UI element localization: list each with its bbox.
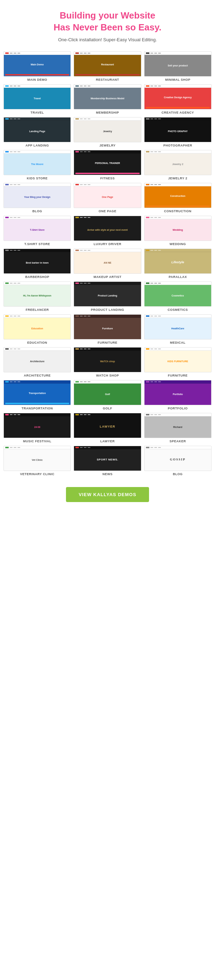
demo-label-speaker: SPEAKER xyxy=(170,439,186,443)
demo-item-tshirt-store[interactable]: T-Shirt StoreT.SHIRT STORE xyxy=(3,216,71,246)
demo-item-restaurant[interactable]: RestaurantRESTAURANT xyxy=(74,51,141,81)
demo-item-makeup-artist[interactable]: AN NEMAKEUP ARTIST xyxy=(74,248,141,278)
demo-label-tshirt-store: T.SHIRT STORE xyxy=(24,242,50,246)
demo-item-golf[interactable]: GolfGOLF xyxy=(74,380,141,410)
demo-label-fitness: FITNESS xyxy=(100,177,115,180)
demo-item-veterinary-clinic[interactable]: Vet ClinicVETERINARY CLINIC xyxy=(3,446,71,476)
demo-item-membership[interactable]: Membership Business ModelMEMBERSHIP xyxy=(74,84,141,115)
demo-label-blog-gossip: BLOG xyxy=(173,473,183,476)
page-wrapper: Building your Website Has Never Been so … xyxy=(0,0,215,512)
demo-item-travel[interactable]: TravelTRAVEL xyxy=(3,84,71,115)
demo-label-lawyer: LAWYER xyxy=(100,439,115,443)
demo-item-kids-store[interactable]: The MooreKIDS STORE xyxy=(3,150,71,180)
demo-item-freelancer[interactable]: Hi, I'm Aaron WhitspoonFREELANCER xyxy=(3,282,71,312)
demo-label-blog: BLOG xyxy=(32,209,42,213)
demo-label-product-landing: PRODUCT LANDING xyxy=(91,308,124,312)
demo-item-watch-shop[interactable]: WaTCh shopWATCH SHOP xyxy=(74,347,141,377)
demo-item-app-landing[interactable]: Landing PageAPP LANDING xyxy=(3,117,71,147)
demo-item-minimal-shop[interactable]: Sell your productMINIMAL SHOP xyxy=(144,51,212,81)
demo-item-speaker[interactable]: RichardSPEAKER xyxy=(144,413,212,443)
demo-item-jewelry-2[interactable]: Jewelry 2JEWELRY 2 xyxy=(144,150,212,180)
demo-item-product-landing[interactable]: Product LandingPRODUCT LANDING xyxy=(74,282,141,312)
demo-label-jewelry-2: JEWELRY 2 xyxy=(168,177,187,180)
demo-label-parallax: PARALLAX xyxy=(169,275,187,278)
demo-item-transportation[interactable]: TransportationTRANSPORTATION xyxy=(3,380,71,410)
demo-item-architecture[interactable]: ArchitectureARCHITECTURE xyxy=(3,347,71,377)
demo-label-transportation: TRANSPORTATION xyxy=(22,407,53,410)
demo-label-music-festival: MUSIC FESTIVAL xyxy=(23,439,51,443)
demo-item-blog[interactable]: Your Blog your DesignBLOG xyxy=(3,183,71,213)
demo-item-jewelry[interactable]: JewelryJEWELRY xyxy=(74,117,141,147)
demo-item-medical[interactable]: HealthCareMEDICAL xyxy=(144,314,212,344)
demo-label-one-page: ONE PAGE xyxy=(99,209,117,213)
demo-label-main-demo: MAIN DEMO xyxy=(27,78,47,81)
demo-label-luxury-driver: LUXURY DRIVER xyxy=(93,242,122,246)
demo-item-construction[interactable]: ConstructionCONSTRUCTION xyxy=(144,183,212,213)
demo-item-furniture-2[interactable]: KIDS FURNITUREFURNITURE xyxy=(144,347,212,377)
demo-label-barbershop: BARBERSHOP xyxy=(25,275,49,278)
demo-label-education: EDUCATION xyxy=(27,341,47,344)
demo-item-news[interactable]: SPORT NEWS.NEWS xyxy=(74,446,141,476)
demo-item-education[interactable]: EducationEDUCATION xyxy=(3,314,71,344)
header: Building your Website Has Never Been so … xyxy=(0,0,215,49)
demo-item-lawyer[interactable]: LAWYERLAWYER xyxy=(74,413,141,443)
demo-label-creative-agency: CREATIVE AGENCY xyxy=(161,111,194,115)
demo-label-medical: MEDICAL xyxy=(170,341,186,344)
demo-grid: Main DemoMAIN DEMORestaurantRESTAURANTSe… xyxy=(0,49,215,479)
demo-item-music-festival[interactable]: 24·08MUSIC FESTIVAL xyxy=(3,413,71,443)
demo-item-cosmetics[interactable]: CosmeticsCOSMETICS xyxy=(144,282,212,312)
demo-item-portfolio[interactable]: PortfolioPORTFOLIO xyxy=(144,380,212,410)
demo-item-parallax[interactable]: LifestylePARALLAX xyxy=(144,248,212,278)
demo-label-jewelry: JEWELRY xyxy=(100,144,116,147)
demo-label-minimal-shop: MINIMAL SHOP xyxy=(165,78,190,81)
demo-label-golf: GOLF xyxy=(103,407,112,410)
demo-item-blog-gossip[interactable]: GOSSIPBLOG xyxy=(144,446,212,476)
demo-label-news: NEWS xyxy=(102,473,112,476)
demo-label-makeup-artist: MAKEUP ARTIST xyxy=(93,275,122,278)
demo-item-creative-agency[interactable]: Creative Design AgencyCREATIVE AGENCY xyxy=(144,84,212,115)
demo-label-construction: CONSTRUCTION xyxy=(164,209,191,213)
demo-label-photographer: PHOTOGRAPHER xyxy=(163,144,192,147)
demo-item-main-demo[interactable]: Main DemoMAIN DEMO xyxy=(3,51,71,81)
demo-item-one-page[interactable]: One PageONE PAGE xyxy=(74,183,141,213)
demo-item-fitness[interactable]: PERSONAL TRAINERFITNESS xyxy=(74,150,141,180)
demo-label-restaurant: RESTAURANT xyxy=(96,78,119,81)
demo-label-veterinary-clinic: VETERINARY CLINIC xyxy=(20,473,54,476)
demo-label-watch-shop: WATCH SHOP xyxy=(96,374,119,377)
demo-item-furniture[interactable]: FurnitureFURNITURE xyxy=(74,314,141,344)
demo-item-photographer[interactable]: PHOTO GRAPHYPHOTOGRAPHER xyxy=(144,117,212,147)
demo-label-portfolio: PORTFOLIO xyxy=(168,407,188,410)
demo-label-app-landing: APP LANDING xyxy=(25,144,49,147)
demo-label-freelancer: FREELANCER xyxy=(25,308,49,312)
headline: Building your Website Has Never Been so … xyxy=(7,10,208,33)
demo-item-wedding[interactable]: WeddingWEDDING xyxy=(144,216,212,246)
view-demos-button[interactable]: VIEW KALLYAS DEMOS xyxy=(66,487,149,502)
demo-item-barbershop[interactable]: Best barber in townBARBERSHOP xyxy=(3,248,71,278)
demo-label-membership: MEMBERSHIP xyxy=(96,111,119,115)
demo-label-furniture: FURNITURE xyxy=(98,341,118,344)
subtitle: One-Click installation! Super-Easy Visua… xyxy=(7,37,208,42)
demo-label-kids-store: KIDS STORE xyxy=(27,177,48,180)
demo-label-travel: TRAVEL xyxy=(30,111,44,115)
demo-label-architecture: ARCHITECTURE xyxy=(24,374,51,377)
demo-label-wedding: WEDDING xyxy=(170,242,186,246)
footer: VIEW KALLYAS DEMOS xyxy=(0,479,215,512)
demo-label-furniture-2: FURNITURE xyxy=(168,374,188,377)
demo-label-cosmetics: COSMETICS xyxy=(168,308,188,312)
demo-item-luxury-driver[interactable]: Arrive with style at your next eventLUXU… xyxy=(74,216,141,246)
